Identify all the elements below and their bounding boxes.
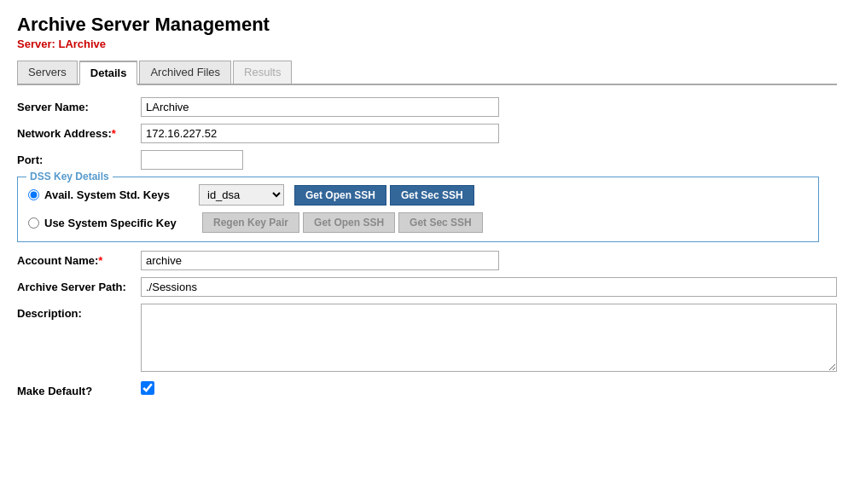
archive-path-input[interactable] (141, 277, 837, 297)
description-row: Description: (17, 304, 837, 374)
use-system-row: Use System Specific Key Regen Key Pair G… (28, 212, 808, 233)
make-default-row: Make Default? (17, 381, 837, 397)
server-name-input-wrap (141, 97, 499, 117)
get-open-ssh-button[interactable]: Get Open SSH (294, 185, 386, 206)
server-name-input[interactable] (141, 97, 499, 117)
server-label: Server: LArchive (17, 38, 837, 50)
dss-key-details-box: DSS Key Details Avail. System Std. Keys … (17, 177, 819, 242)
tab-archived-files[interactable]: Archived Files (139, 61, 231, 84)
network-address-input-wrap (141, 124, 499, 143)
get-open-ssh-disabled-button: Get Open SSH (303, 212, 395, 233)
avail-system-select[interactable]: id_dsa (199, 184, 284, 206)
server-name-highlight: LArchive (58, 38, 106, 50)
tab-results: Results (233, 61, 292, 84)
account-name-input[interactable] (141, 251, 499, 270)
avail-system-row: Avail. System Std. Keys id_dsa Get Open … (28, 184, 808, 206)
tab-servers[interactable]: Servers (17, 61, 78, 84)
archive-path-row: Archive Server Path: (17, 277, 837, 297)
network-address-row: Network Address:* (17, 124, 837, 143)
make-default-label: Make Default? (17, 381, 141, 397)
account-name-row: Account Name:* (17, 251, 837, 270)
network-address-label: Network Address:* (17, 124, 141, 140)
tab-details[interactable]: Details (79, 61, 138, 85)
port-input[interactable] (141, 150, 243, 170)
account-name-required: * (98, 254, 102, 267)
get-sec-ssh-button[interactable]: Get Sec SSH (390, 185, 474, 206)
description-label: Description: (17, 304, 141, 320)
avail-system-radio-label[interactable]: Avail. System Std. Keys (28, 188, 199, 201)
use-system-label-text: Use System Specific Key (44, 217, 177, 229)
server-name-label: Server Name: (17, 97, 141, 113)
port-input-wrap (141, 150, 499, 170)
account-name-input-wrap (141, 251, 499, 270)
port-label: Port: (17, 150, 141, 166)
avail-system-radio[interactable] (28, 189, 39, 200)
avail-system-label-text: Avail. System Std. Keys (44, 188, 170, 201)
archive-path-field (141, 277, 837, 297)
use-system-radio[interactable] (28, 217, 39, 229)
network-address-input[interactable] (141, 124, 499, 143)
description-textarea[interactable] (141, 304, 837, 372)
account-name-label: Account Name:* (17, 251, 141, 267)
server-name-row: Server Name: (17, 97, 837, 117)
regen-key-pair-button: Regen Key Pair (202, 212, 299, 233)
network-address-required: * (112, 127, 116, 140)
make-default-checkbox-wrap (141, 381, 154, 395)
page-title: Archive Server Management (17, 14, 837, 36)
use-system-radio-label[interactable]: Use System Specific Key (28, 217, 199, 229)
port-row: Port: (17, 150, 837, 170)
get-sec-ssh-disabled-button: Get Sec SSH (398, 212, 483, 233)
tab-bar: Servers Details Archived Files Results (17, 61, 837, 85)
make-default-checkbox[interactable] (141, 381, 154, 395)
dss-legend: DSS Key Details (26, 171, 113, 182)
archive-path-label: Archive Server Path: (17, 277, 141, 293)
description-field (141, 304, 837, 374)
server-label-text: Server: (17, 38, 55, 50)
